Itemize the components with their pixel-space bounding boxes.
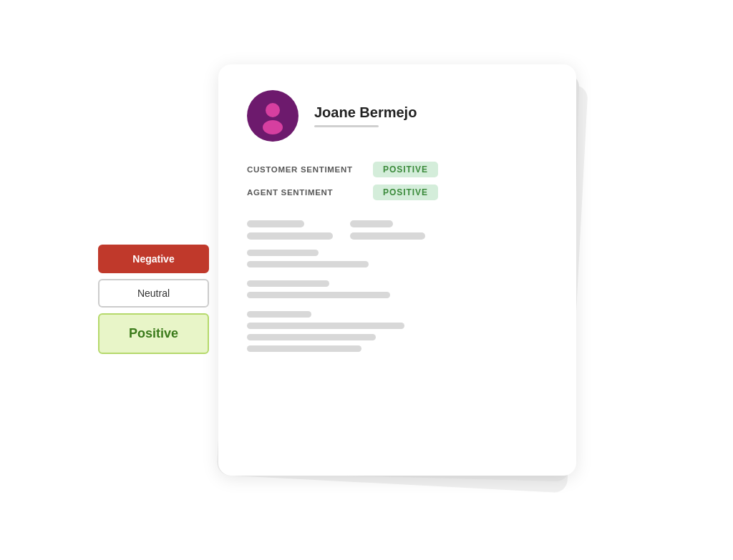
avatar [247,90,298,142]
content-lines [247,220,548,453]
customer-sentiment-badge: POSITIVE [373,162,438,177]
svg-point-1 [263,120,283,134]
svg-point-0 [266,103,280,117]
negative-pill[interactable]: Negative [98,245,209,273]
line [247,345,361,352]
profile-name-area: Joane Bermejo [314,104,417,127]
line-group-3 [247,280,548,298]
positive-label: Positive [129,326,178,341]
sentiment-section: CUSTOMER SENTIMENT POSITIVE AGENT SENTIM… [247,162,548,200]
main-card: Joane Bermejo CUSTOMER SENTIMENT POSITIV… [218,64,576,476]
lines-row-1 [247,220,548,240]
customer-sentiment-label: CUSTOMER SENTIMENT [247,165,361,174]
line [350,232,425,240]
line [247,311,311,318]
line [247,261,369,267]
line-group-4 [247,311,548,352]
line-group-2 [247,250,548,267]
profile-divider [314,125,379,127]
customer-sentiment-row: CUSTOMER SENTIMENT POSITIVE [247,162,548,177]
line [247,292,390,298]
neutral-pill[interactable]: Neutral [98,279,209,308]
line [247,334,376,340]
line [247,323,404,329]
line [247,250,319,256]
line [247,220,304,227]
agent-sentiment-label: AGENT SENTIMENT [247,188,361,197]
scene: Joane Bermejo CUSTOMER SENTIMENT POSITIV… [87,37,646,524]
neutral-label: Neutral [137,288,170,299]
profile-section: Joane Bermejo [247,90,548,142]
profile-name: Joane Bermejo [314,104,417,121]
line [247,232,333,240]
agent-sentiment-row: AGENT SENTIMENT POSITIVE [247,185,548,200]
line [247,280,329,287]
agent-sentiment-badge: POSITIVE [373,185,438,200]
positive-pill[interactable]: Positive [98,313,209,354]
sentiment-selector: Negative Neutral Positive [98,245,209,354]
line [350,220,393,227]
negative-label: Negative [132,253,174,265]
